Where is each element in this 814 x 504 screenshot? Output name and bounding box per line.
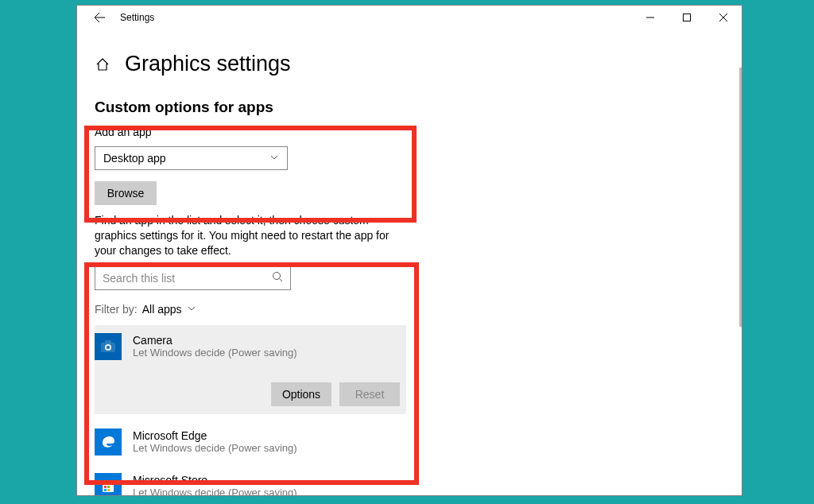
app-name: Camera <box>133 334 297 347</box>
app-type-value: Desktop app <box>103 152 166 165</box>
back-button[interactable] <box>91 10 107 25</box>
search-box[interactable] <box>95 266 291 290</box>
item-actions: Options Reset <box>95 382 400 406</box>
app-title: Settings <box>120 12 154 23</box>
add-app-label: Add an app <box>95 126 406 138</box>
svg-rect-1 <box>684 14 691 21</box>
app-name: Microsoft Edge <box>133 429 297 442</box>
svg-point-6 <box>107 346 110 349</box>
close-button[interactable] <box>705 6 742 29</box>
list-item[interactable]: Microsoft Edge Let Windows decide (Power… <box>95 424 406 460</box>
chevron-down-icon <box>269 152 279 165</box>
options-button[interactable]: Options <box>271 382 331 406</box>
filter-prefix: Filter by: <box>95 303 138 316</box>
svg-rect-12 <box>104 489 107 491</box>
list-item[interactable]: Microsoft Store Let Windows decide (Powe… <box>95 468 406 495</box>
content-area: Graphics settings Custom options for app… <box>77 29 742 495</box>
svg-rect-7 <box>105 340 111 343</box>
settings-window: Settings Graphics settings Custom option… <box>76 5 742 496</box>
svg-line-3 <box>280 278 283 281</box>
custom-options-subhead: Custom options for apps <box>95 99 406 116</box>
app-sub: Let Windows decide (Power saving) <box>133 487 297 495</box>
svg-rect-10 <box>104 486 107 488</box>
scrollbar[interactable] <box>739 68 742 327</box>
reset-button[interactable]: Reset <box>339 382 400 406</box>
app-sub: Let Windows decide (Power saving) <box>133 347 297 359</box>
window-controls <box>632 6 742 29</box>
filter-dropdown[interactable]: Filter by: All apps <box>95 303 406 316</box>
camera-icon <box>95 333 122 360</box>
page-header: Graphics settings <box>95 52 742 76</box>
filter-value: All apps <box>142 303 182 316</box>
minimize-button[interactable] <box>632 6 669 29</box>
titlebar: Settings <box>77 6 742 29</box>
search-icon <box>272 271 283 285</box>
browse-button[interactable]: Browse <box>95 181 157 205</box>
store-icon <box>95 473 122 495</box>
home-icon[interactable] <box>95 56 110 72</box>
app-sub: Let Windows decide (Power saving) <box>133 442 297 454</box>
edge-icon <box>95 428 122 456</box>
search-input[interactable] <box>103 272 262 285</box>
maximize-button[interactable] <box>669 6 705 29</box>
hint-text: Find an app in the list and select it, t… <box>95 213 406 258</box>
svg-rect-9 <box>106 481 110 484</box>
list-item[interactable]: Camera Let Windows decide (Power saving)… <box>95 325 406 414</box>
svg-rect-13 <box>107 489 110 491</box>
settings-column: Custom options for apps Add an app Deskt… <box>95 99 406 495</box>
chevron-down-icon <box>187 303 196 316</box>
page-title: Graphics settings <box>125 52 291 76</box>
app-type-select[interactable]: Desktop app <box>95 146 288 170</box>
svg-rect-11 <box>107 486 110 488</box>
svg-point-2 <box>273 272 281 279</box>
app-name: Microsoft Store <box>133 474 297 487</box>
app-list: Camera Let Windows decide (Power saving)… <box>95 325 406 495</box>
